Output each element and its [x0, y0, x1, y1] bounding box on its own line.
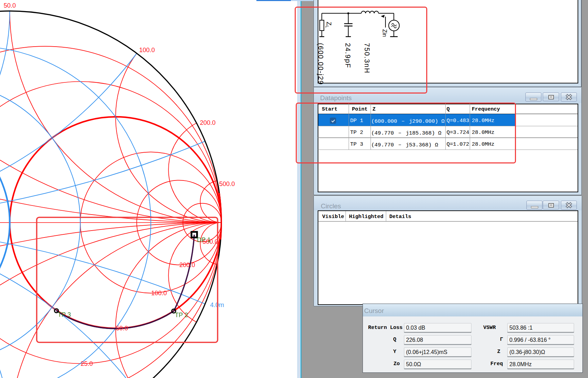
svg-text:200.0: 200.0 — [200, 119, 216, 126]
svg-text:DP 1: DP 1 — [197, 236, 211, 243]
svg-text:TP 2: TP 2 — [175, 312, 188, 319]
svg-text:50.0: 50.0 — [116, 325, 128, 332]
svg-text:100.0: 100.0 — [139, 47, 155, 54]
svg-text:50.0: 50.0 — [4, 2, 16, 9]
svg-text:25.0: 25.0 — [81, 360, 93, 367]
svg-text:TP 3: TP 3 — [58, 311, 71, 318]
svg-text:500.0: 500.0 — [219, 180, 235, 187]
svg-text:100.0: 100.0 — [151, 290, 167, 297]
svg-text:200.0: 200.0 — [180, 262, 195, 268]
